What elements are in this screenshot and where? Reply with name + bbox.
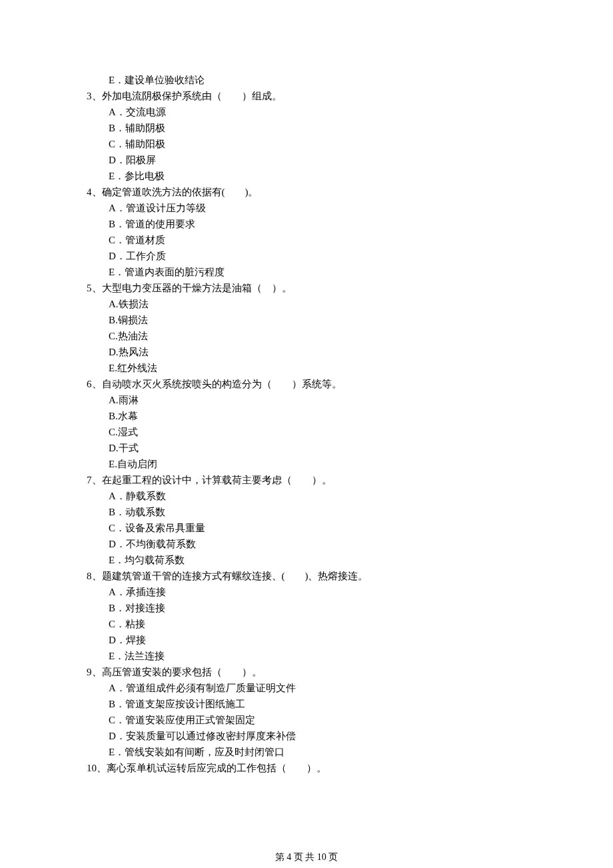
option-label: D．	[109, 152, 126, 168]
option-item: A．承插连接	[109, 584, 526, 600]
option-item: E．均匀载荷系数	[109, 552, 526, 568]
option-label: E．	[109, 552, 125, 568]
option-label: A．	[109, 104, 126, 120]
option-label: C．	[109, 520, 125, 536]
option-text: 参比电极	[125, 168, 165, 184]
option-text: 交流电源	[126, 104, 166, 120]
option-item: B．辅助阴极	[109, 120, 526, 136]
option-label: C．	[109, 616, 125, 632]
option-label: A.	[109, 296, 119, 312]
option-label: E．	[109, 264, 125, 280]
question: 8、题建筑管道干管的连接方式有螺纹连接、( )、热熔接连。A．承插连接B．对接连…	[87, 568, 526, 664]
option-text: 管道内表面的脏污程度	[125, 264, 225, 280]
option-label: E．	[109, 72, 125, 88]
option-text: 红外线法	[117, 360, 157, 376]
question-stem: 8、题建筑管道干管的连接方式有螺纹连接、( )、热熔接连。	[87, 568, 526, 584]
question-number: 10、	[87, 760, 107, 776]
option-label: B.	[109, 408, 118, 424]
question-list: 3、外加电流阴极保护系统由（ ）组成。A．交流电源B．辅助阴极C．辅助阳极D．阳…	[87, 88, 526, 776]
option-label: A．	[109, 680, 126, 696]
option-label: E.	[109, 456, 117, 472]
option-list: A．交流电源B．辅助阴极C．辅助阳极D．阳极屏E．参比电极	[87, 104, 526, 184]
option-text: 管道组成件必须有制造厂质量证明文件	[126, 680, 296, 696]
option-text: 热风法	[119, 344, 149, 360]
question-stem: 7、在起重工程的设计中，计算载荷主要考虑（ ）。	[87, 472, 526, 488]
question: 10、离心泵单机试运转后应完成的工作包括（ ）。	[87, 760, 526, 776]
option-list: A.铁损法B.铜损法C.热油法D.热风法E.红外线法	[87, 296, 526, 376]
option-text: 管道设计压力等级	[126, 200, 206, 216]
option-label: A．	[109, 488, 126, 504]
question-stem: 3、外加电流阴极保护系统由（ ）组成。	[87, 88, 526, 104]
question: 5、大型电力变压器的干燥方法是油箱（ ）。A.铁损法B.铜损法C.热油法D.热风…	[87, 280, 526, 376]
option-item: C.热油法	[109, 328, 526, 344]
question-stem: 9、高压管道安装的要求包括（ ）。	[87, 664, 526, 680]
option-item: D．不均衡载荷系数	[109, 536, 526, 552]
option-item: D.干式	[109, 440, 526, 456]
option-text: 铜损法	[118, 312, 148, 328]
option-item: A．管道组成件必须有制造厂质量证明文件	[109, 680, 526, 696]
question-number: 5、	[87, 280, 102, 296]
option-label: B.	[109, 312, 118, 328]
option-text: 法兰连接	[125, 648, 165, 664]
option-label: B．	[109, 216, 125, 232]
option-label: E．	[109, 744, 125, 760]
option-text: 雨淋	[119, 392, 139, 408]
option-list: A．管道组成件必须有制造厂质量证明文件B．管道支架应按设计图纸施工C．管道安装应…	[87, 680, 526, 760]
option-text: 铁损法	[119, 296, 149, 312]
option-item: A．管道设计压力等级	[109, 200, 526, 216]
option-item: B．动载系数	[109, 504, 526, 520]
option-text: 热油法	[118, 328, 148, 344]
option-item: A．交流电源	[109, 104, 526, 120]
option-label: A.	[109, 392, 119, 408]
option-list: A.雨淋B.水幕C.湿式D.干式E.自动启闭	[87, 392, 526, 472]
question-number: 9、	[87, 664, 102, 680]
option-label: C.	[109, 328, 118, 344]
option-text: 承插连接	[126, 584, 166, 600]
question-number: 7、	[87, 472, 102, 488]
option-label: D．	[109, 632, 126, 648]
question-text: 自动喷水灭火系统按喷头的构造分为（ ）系统等。	[102, 376, 342, 392]
option-text: 不均衡载荷系数	[126, 536, 196, 552]
question-stem: 4、确定管道吹洗方法的依据有( )。	[87, 184, 526, 200]
option-item: A.雨淋	[109, 392, 526, 408]
option-text: 水幕	[118, 408, 138, 424]
question-number: 8、	[87, 568, 102, 584]
option-text: 静载系数	[126, 488, 166, 504]
option-item: C．管道安装应使用正式管架固定	[109, 712, 526, 728]
option-item: E.自动启闭	[109, 456, 526, 472]
option-label: D.	[109, 440, 119, 456]
option-text: 安装质量可以通过修改密封厚度来补偿	[126, 728, 296, 744]
question: 4、确定管道吹洗方法的依据有( )。A．管道设计压力等级B．管道的使用要求C．管…	[87, 184, 526, 280]
question-stem: 10、离心泵单机试运转后应完成的工作包括（ ）。	[87, 760, 526, 776]
option-item: D．焊接	[109, 632, 526, 648]
option-item: A.铁损法	[109, 296, 526, 312]
question: 7、在起重工程的设计中，计算载荷主要考虑（ ）。A．静载系数B．动载系数C．设备…	[87, 472, 526, 568]
option-item: D.热风法	[109, 344, 526, 360]
option-text: 管道材质	[125, 232, 165, 248]
option-item: B．对接连接	[109, 600, 526, 616]
question-text: 题建筑管道干管的连接方式有螺纹连接、( )、热熔接连。	[102, 568, 368, 584]
option-label: D.	[109, 344, 119, 360]
page-content: E． 建设单位验收结论 3、外加电流阴极保护系统由（ ）组成。A．交流电源B．辅…	[0, 0, 613, 776]
question-text: 在起重工程的设计中，计算载荷主要考虑（ ）。	[102, 472, 332, 488]
option-item: B．管道支架应按设计图纸施工	[109, 696, 526, 712]
option-item: C．粘接	[109, 616, 526, 632]
question-text: 离心泵单机试运转后应完成的工作包括（ ）。	[107, 760, 326, 776]
option-item: E．参比电极	[109, 168, 526, 184]
option-item: E．法兰连接	[109, 648, 526, 664]
option-list: A．承插连接B．对接连接C．粘接D．焊接E．法兰连接	[87, 584, 526, 664]
question: 6、自动喷水灭火系统按喷头的构造分为（ ）系统等。A.雨淋B.水幕C.湿式D.干…	[87, 376, 526, 472]
question-stem: 6、自动喷水灭火系统按喷头的构造分为（ ）系统等。	[87, 376, 526, 392]
question-number: 4、	[87, 184, 102, 200]
option-item: D．阳极屏	[109, 152, 526, 168]
question-number: 6、	[87, 376, 102, 392]
option-label: E．	[109, 168, 125, 184]
question: 3、外加电流阴极保护系统由（ ）组成。A．交流电源B．辅助阴极C．辅助阳极D．阳…	[87, 88, 526, 184]
option-item: E．管道内表面的脏污程度	[109, 264, 526, 280]
option-item: D．工作介质	[109, 248, 526, 264]
option-item: A．静载系数	[109, 488, 526, 504]
option-label: D．	[109, 536, 126, 552]
option-label: C．	[109, 136, 125, 152]
option-item: B.水幕	[109, 408, 526, 424]
option-label: B．	[109, 600, 125, 616]
